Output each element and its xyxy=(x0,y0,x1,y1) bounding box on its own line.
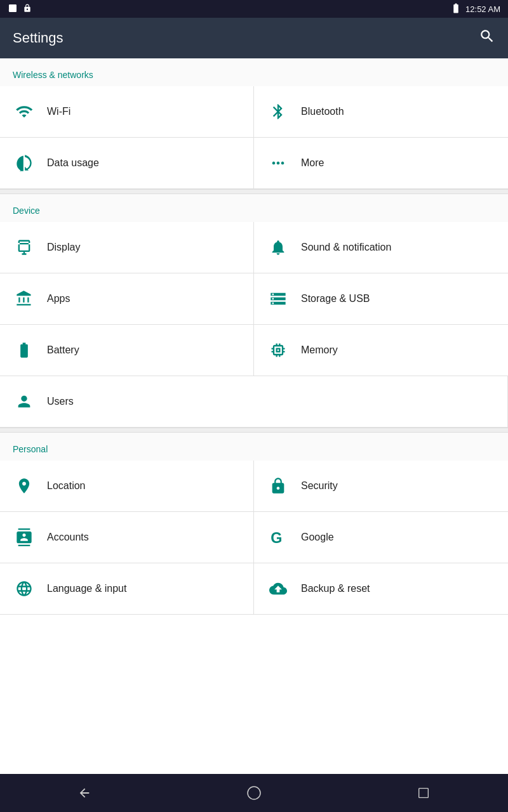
settings-item-more[interactable]: More xyxy=(254,138,508,189)
wifi-icon xyxy=(13,100,36,123)
settings-item-wifi[interactable]: Wi-Fi xyxy=(0,86,254,138)
more-label: More xyxy=(301,157,324,169)
divider-device-personal xyxy=(0,428,508,433)
data-usage-label: Data usage xyxy=(47,157,99,169)
settings-content: Wireless & networks Wi-Fi Bluetooth Data… xyxy=(0,58,508,774)
settings-item-location[interactable]: Location xyxy=(0,461,254,512)
apps-icon xyxy=(13,287,36,310)
more-icon xyxy=(267,152,290,174)
settings-item-backup[interactable]: Backup & reset xyxy=(254,563,508,615)
search-button[interactable] xyxy=(479,28,495,48)
svg-text:G: G xyxy=(271,530,282,546)
settings-item-users[interactable]: Users xyxy=(0,376,508,428)
page-title: Settings xyxy=(13,30,64,46)
security-icon xyxy=(267,475,290,497)
section-header-wireless: Wireless & networks xyxy=(0,58,508,86)
sound-label: Sound & notification xyxy=(301,242,391,253)
personal-grid: Location Security Accounts G Google xyxy=(0,461,508,615)
time-display: 12:52 AM xyxy=(465,4,500,14)
svg-point-1 xyxy=(248,787,260,799)
nav-bar xyxy=(0,774,508,812)
sound-icon xyxy=(267,236,290,259)
users-label: Users xyxy=(47,396,74,407)
wireless-grid: Wi-Fi Bluetooth Data usage More xyxy=(0,86,508,189)
battery-device-icon xyxy=(13,339,36,362)
section-header-personal: Personal xyxy=(0,433,508,461)
section-header-device: Device xyxy=(0,194,508,222)
google-icon: G xyxy=(267,526,290,549)
memory-label: Memory xyxy=(301,344,338,356)
accounts-icon xyxy=(13,526,36,549)
settings-item-storage[interactable]: Storage & USB xyxy=(254,273,508,325)
settings-item-bluetooth[interactable]: Bluetooth xyxy=(254,86,508,138)
home-button[interactable] xyxy=(227,779,281,807)
battery-icon xyxy=(450,3,462,16)
settings-item-google[interactable]: G Google xyxy=(254,512,508,563)
storage-icon xyxy=(267,287,290,310)
language-label: Language & input xyxy=(47,583,126,594)
location-label: Location xyxy=(47,480,86,492)
settings-item-sound[interactable]: Sound & notification xyxy=(254,222,508,273)
settings-item-accounts[interactable]: Accounts xyxy=(0,512,254,563)
settings-item-security[interactable]: Security xyxy=(254,461,508,512)
settings-item-data-usage[interactable]: Data usage xyxy=(0,138,254,189)
app-bar: Settings xyxy=(0,18,508,58)
settings-item-language[interactable]: Language & input xyxy=(0,563,254,615)
bluetooth-icon xyxy=(267,100,290,123)
storage-label: Storage & USB xyxy=(301,293,370,304)
battery-label: Battery xyxy=(47,344,79,356)
back-button[interactable] xyxy=(58,780,110,806)
display-icon xyxy=(13,236,36,259)
backup-icon xyxy=(267,577,290,600)
data-usage-icon xyxy=(13,152,36,174)
divider-wireless-device xyxy=(0,189,508,194)
recent-button[interactable] xyxy=(398,780,450,806)
svg-rect-2 xyxy=(419,789,429,798)
device-grid: Display Sound & notification Apps Storag… xyxy=(0,222,508,428)
bluetooth-label: Bluetooth xyxy=(301,106,344,117)
users-icon xyxy=(13,390,36,413)
screenshot-icon xyxy=(8,3,18,15)
google-label: Google xyxy=(301,532,334,543)
settings-item-battery[interactable]: Battery xyxy=(0,325,254,376)
settings-item-memory[interactable]: Memory xyxy=(254,325,508,376)
lock-icon xyxy=(23,4,32,15)
status-bar-left xyxy=(8,3,32,15)
memory-icon xyxy=(267,339,290,362)
location-icon xyxy=(13,475,36,497)
wifi-label: Wi-Fi xyxy=(47,106,70,117)
security-label: Security xyxy=(301,480,338,492)
settings-item-apps[interactable]: Apps xyxy=(0,273,254,325)
accounts-label: Accounts xyxy=(47,532,89,543)
backup-label: Backup & reset xyxy=(301,583,370,594)
status-bar-right: 12:52 AM xyxy=(450,3,500,16)
display-label: Display xyxy=(47,242,80,253)
settings-item-display[interactable]: Display xyxy=(0,222,254,273)
status-bar: 12:52 AM xyxy=(0,0,508,18)
apps-label: Apps xyxy=(47,293,70,304)
language-icon xyxy=(13,577,36,600)
